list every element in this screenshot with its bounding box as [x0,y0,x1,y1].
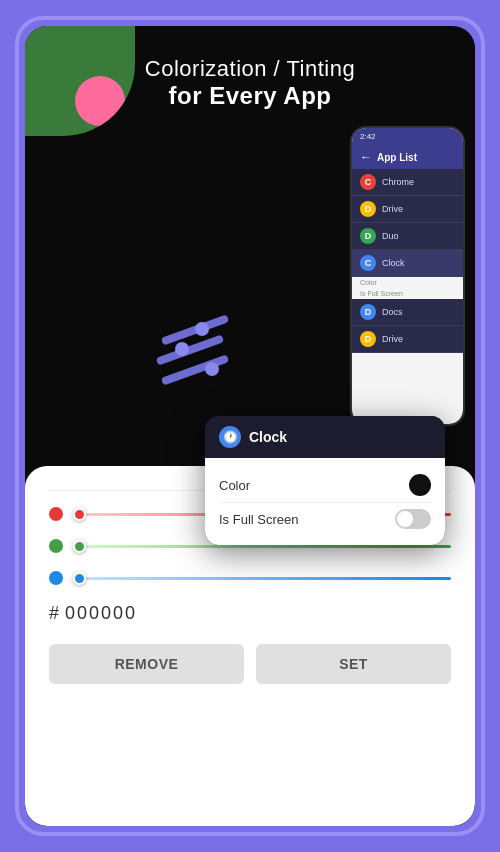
blue-slider-row [49,571,451,585]
header-text: Colorization / Tinting for Every App [25,56,475,110]
hex-hash: # [49,603,59,624]
color-swatch[interactable] [409,474,431,496]
red-dot [49,507,63,521]
clock-popup-icon: 🕐 [219,426,241,448]
sliders-3d-icon [155,316,235,386]
app-name-duo: Duo [382,231,399,241]
phone-status-bar: 2:42 [352,128,463,145]
list-item[interactable]: C Clock [352,250,463,277]
remove-button[interactable]: REMOVE [49,644,244,684]
header-every-app: Every App [209,82,331,109]
list-item[interactable]: D Docs [352,299,463,326]
clock-popup-body: Color Is Full Screen [205,458,445,545]
fullscreen-label: Is Full Screen [219,512,298,527]
red-slider-thumb[interactable] [73,508,86,521]
phone-time: 2:42 [360,132,376,141]
color-label: Color [219,478,250,493]
app-name-chrome: Chrome [382,177,414,187]
outer-frame: Colorization / Tinting for Every App 2:4… [15,16,485,836]
header-for: for [169,82,210,109]
list-item[interactable]: D Duo [352,223,463,250]
fullscreen-toggle[interactable] [395,509,431,529]
phone-screen: 2:42 ← App List C Chrome D Drive D Duo [352,128,463,424]
app-name-drive: Drive [382,204,403,214]
list-item[interactable]: C Chrome [352,169,463,196]
app-name-drive2: Drive [382,334,403,344]
list-item[interactable]: D Drive [352,326,463,353]
green-slider-thumb[interactable] [73,540,86,553]
docs-icon: D [360,304,376,320]
header-line2: for Every App [25,82,475,110]
blue-dot [49,571,63,585]
slider-dot-3 [205,362,219,376]
app-list-title: App List [377,152,417,163]
clock-popup-title: Clock [249,429,287,445]
chrome-icon: C [360,174,376,190]
clock-popup: 🕐 Clock Color Is Full Screen [205,416,445,545]
app-name-docs: Docs [382,307,403,317]
blue-slider-thumb[interactable] [73,572,86,585]
slider-dot-1 [195,322,209,336]
header-line1: Colorization / Tinting [25,56,475,82]
hex-row: # 000000 [49,603,451,624]
color-subtext: Color [352,277,463,288]
phone-mockup: 2:42 ← App List C Chrome D Drive D Duo [350,126,465,426]
back-arrow-icon[interactable]: ← [360,150,372,164]
app-name-clock: Clock [382,258,405,268]
color-row: Color [219,468,431,503]
fullscreen-row: Is Full Screen [219,503,431,535]
duo-icon: D [360,228,376,244]
clock-icon: C [360,255,376,271]
list-item[interactable]: D Drive [352,196,463,223]
slider-dot-2 [175,342,189,356]
set-button[interactable]: SET [256,644,451,684]
blue-slider-track[interactable] [73,577,451,580]
green-dot [49,539,63,553]
clock-popup-header: 🕐 Clock [205,416,445,458]
drive-icon: D [360,201,376,217]
phone-header: ← App List [352,145,463,169]
button-row: REMOVE SET [49,644,451,684]
hex-value[interactable]: 000000 [65,603,137,624]
fullscreen-subtext: Is Full Screen [352,288,463,299]
drive2-icon: D [360,331,376,347]
main-background: Colorization / Tinting for Every App 2:4… [25,26,475,826]
